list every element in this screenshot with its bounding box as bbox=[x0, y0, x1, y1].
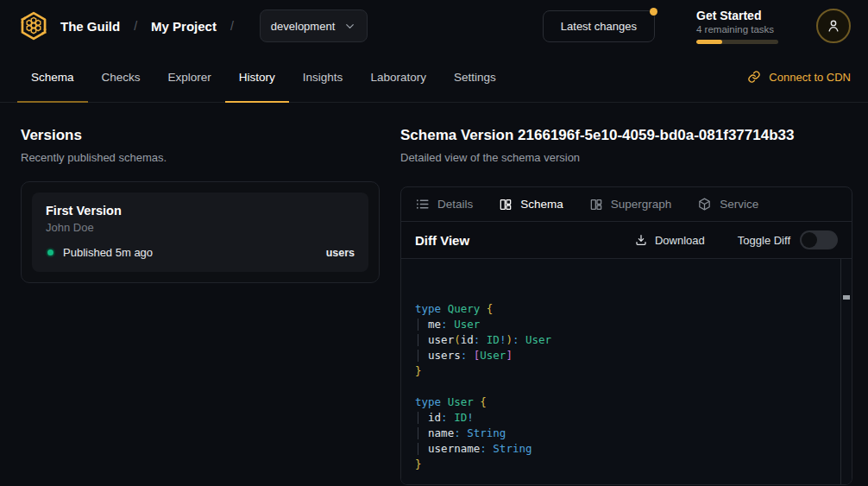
code-line: type Query { bbox=[415, 301, 829, 317]
target-selector[interactable]: development bbox=[260, 9, 368, 42]
link-icon bbox=[747, 70, 761, 84]
schema-code-viewer[interactable]: type Query { me: User user(id: ID!): Use… bbox=[401, 259, 852, 485]
tab-laboratory[interactable]: Laboratory bbox=[356, 52, 440, 102]
versions-title: Versions bbox=[21, 127, 380, 144]
schema-viewer-panel: Details Schema bbox=[400, 186, 852, 485]
get-started-progress bbox=[696, 40, 778, 44]
breadcrumb-organization[interactable]: The Guild bbox=[60, 19, 120, 34]
tab-insights[interactable]: Insights bbox=[289, 52, 357, 102]
hive-logo-icon[interactable] bbox=[17, 9, 50, 42]
latest-changes-button[interactable]: Latest changes bbox=[543, 10, 655, 42]
version-list-item[interactable]: First Version John Doe Published 5m ago … bbox=[32, 193, 368, 272]
layout-icon bbox=[589, 198, 603, 211]
user-avatar[interactable] bbox=[816, 9, 851, 43]
get-started-title: Get Started bbox=[696, 9, 778, 22]
progress-fill bbox=[696, 40, 722, 44]
code-line: me: User bbox=[415, 317, 829, 332]
versions-subtitle: Recently published schemas. bbox=[21, 151, 380, 164]
top-header: The Guild / My Project / development Lat… bbox=[0, 0, 868, 52]
breadcrumb-separator: / bbox=[134, 19, 137, 33]
diff-view-title: Diff View bbox=[415, 233, 469, 248]
detail-tab-label: Supergraph bbox=[611, 198, 672, 211]
connect-to-cdn-label: Connect to CDN bbox=[769, 71, 851, 84]
version-name: First Version bbox=[46, 204, 355, 218]
layout-icon bbox=[499, 198, 513, 211]
code-line: } bbox=[415, 457, 829, 472]
detail-tab-label: Service bbox=[720, 198, 758, 211]
detail-tab-schema[interactable]: Schema bbox=[499, 198, 563, 211]
published-status-dot bbox=[46, 248, 55, 257]
download-label: Download bbox=[655, 234, 705, 247]
detail-tab-details[interactable]: Details bbox=[415, 197, 473, 211]
toggle-diff-switch[interactable] bbox=[800, 230, 838, 249]
versions-list: First Version John Doe Published 5m ago … bbox=[21, 181, 380, 283]
scrollbar-thumb[interactable] bbox=[843, 295, 850, 300]
code-line: } bbox=[415, 363, 829, 379]
get-started-widget[interactable]: Get Started 4 remaining tasks bbox=[696, 9, 778, 44]
content: Versions Recently published schemas. Fir… bbox=[0, 103, 868, 486]
tab-explorer[interactable]: Explorer bbox=[154, 52, 225, 102]
code-line: type User { bbox=[415, 394, 829, 410]
list-icon bbox=[415, 197, 430, 211]
version-detail-panel: Schema Version 2166196f-5e10-4059-bd0a-0… bbox=[400, 127, 852, 486]
download-button[interactable]: Download bbox=[634, 233, 705, 247]
detail-tab-label: Schema bbox=[520, 198, 563, 211]
tab-schema[interactable]: Schema bbox=[17, 52, 88, 102]
code-line: username: String bbox=[415, 441, 829, 457]
main-nav: Schema Checks Explorer History Insights … bbox=[0, 52, 868, 103]
detail-tab-label: Details bbox=[437, 198, 473, 211]
versions-panel: Versions Recently published schemas. Fir… bbox=[21, 127, 380, 486]
version-status: Published 5m ago bbox=[63, 246, 153, 259]
get-started-subtitle: 4 remaining tasks bbox=[696, 24, 778, 35]
version-detail-title: Schema Version 2166196f-5e10-4059-bd0a-0… bbox=[400, 127, 852, 144]
tab-history[interactable]: History bbox=[225, 52, 289, 102]
code-line: user(id: ID!): User bbox=[415, 332, 829, 348]
breadcrumb-project[interactable]: My Project bbox=[151, 19, 217, 34]
toggle-diff-label: Toggle Diff bbox=[738, 234, 790, 247]
tab-settings[interactable]: Settings bbox=[440, 52, 510, 102]
notification-dot bbox=[650, 8, 657, 16]
breadcrumb: The Guild / My Project / development bbox=[60, 9, 368, 42]
service-badge: users bbox=[326, 247, 355, 259]
diff-toolbar: Diff View Download Toggle Diff bbox=[401, 222, 852, 259]
version-author: John Doe bbox=[46, 221, 355, 234]
vertical-scrollbar[interactable] bbox=[840, 259, 852, 485]
chevron-down-icon bbox=[343, 20, 356, 33]
version-detail-subtitle: Detailed view of the schema version bbox=[400, 151, 852, 164]
code-line: name: String bbox=[415, 426, 829, 441]
version-status-row: Published 5m ago users bbox=[46, 246, 355, 259]
latest-changes-label: Latest changes bbox=[561, 20, 637, 33]
breadcrumb-separator: / bbox=[230, 19, 234, 33]
code-line bbox=[415, 379, 829, 394]
person-icon bbox=[825, 17, 842, 35]
cube-icon bbox=[697, 197, 712, 211]
code-line: users: [User] bbox=[415, 348, 829, 363]
app-root: The Guild / My Project / development Lat… bbox=[0, 0, 868, 486]
detail-tabs: Details Schema bbox=[401, 187, 852, 222]
download-icon bbox=[634, 233, 648, 247]
switch-knob bbox=[802, 232, 817, 248]
tab-checks[interactable]: Checks bbox=[88, 52, 154, 102]
code-line: id: ID! bbox=[415, 410, 829, 426]
target-selector-value: development bbox=[271, 20, 335, 33]
connect-to-cdn-button[interactable]: Connect to CDN bbox=[747, 52, 851, 102]
detail-tab-supergraph[interactable]: Supergraph bbox=[589, 198, 672, 211]
detail-tab-service[interactable]: Service bbox=[697, 197, 758, 211]
